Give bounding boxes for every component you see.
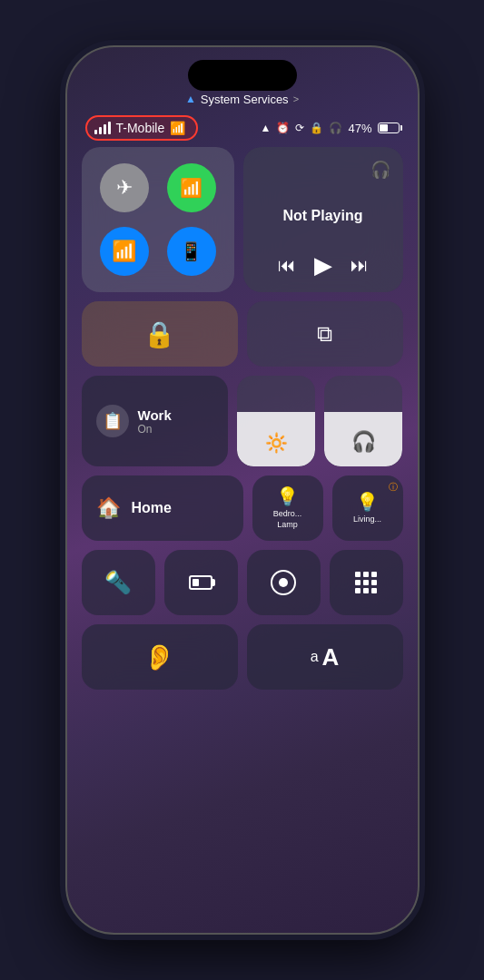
signal-bar-1 xyxy=(94,130,97,134)
home-row: 🏠 Home 💡 Bedro...Lamp ⓘ 💡 Living... xyxy=(82,475,403,541)
focus-button[interactable]: 📋 Work On xyxy=(82,376,228,466)
hearing-button[interactable]: 👂 xyxy=(82,624,238,690)
screen-mirror-button[interactable]: ⧉ xyxy=(247,301,403,367)
connectivity-row: ✈ 📶 📶 📱 🎧 Not Playing ⏮ xyxy=(82,147,403,292)
focus-text-group: Work On xyxy=(138,407,172,436)
calculator-icon xyxy=(355,572,377,593)
cellular-button[interactable]: 📶 xyxy=(167,163,216,212)
lock-status-icon: 🔒 xyxy=(310,122,323,134)
bedroom-lamp-button[interactable]: 💡 Bedro...Lamp xyxy=(252,475,323,541)
airpods-indicator-icon: 🎧 xyxy=(370,161,390,179)
airplane-icon: ✈ xyxy=(116,176,133,200)
living-lamp-icon: 💡 xyxy=(356,491,379,513)
next-track-button[interactable]: ⏭ xyxy=(351,255,369,276)
signal-strength-icon xyxy=(94,122,111,134)
headphone-icon: 🎧 xyxy=(329,122,342,134)
previous-track-button[interactable]: ⏮ xyxy=(278,255,296,276)
battery-indicator-icon xyxy=(189,575,212,590)
home-icon: 🏠 xyxy=(96,496,121,520)
text-size-button[interactable]: a A xyxy=(247,624,403,690)
brightness-icon: 🔆 xyxy=(265,432,288,454)
hearing-icon: 👂 xyxy=(143,642,175,672)
location-icon: ▲ xyxy=(261,122,272,134)
not-playing-text: Not Playing xyxy=(256,208,390,224)
system-services-label[interactable]: System Services xyxy=(201,93,289,106)
living-lamp-label: Living... xyxy=(353,514,381,525)
mute-switch[interactable] xyxy=(65,174,67,205)
carrier-bar: T-Mobile 📶 ▲ ⏰ ⟳ 🔒 🎧 47% xyxy=(85,115,400,141)
accessibility-row: 👂 a A xyxy=(82,624,403,690)
volume-down-button[interactable] xyxy=(65,285,67,339)
home-button[interactable]: 🏠 Home xyxy=(82,475,243,541)
screen-record-button[interactable] xyxy=(247,550,321,615)
flashlight-button[interactable]: 🔦 xyxy=(82,550,155,615)
bluetooth-button[interactable]: 📱 xyxy=(167,227,216,276)
cellular-icon: 📶 xyxy=(180,177,202,199)
flashlight-icon: 🔦 xyxy=(104,570,132,595)
location-services-icon: ▲ xyxy=(185,93,196,105)
connectivity-panel: ✈ 📶 📶 📱 xyxy=(82,147,234,292)
airplane-mode-button[interactable]: ✈ xyxy=(100,163,149,212)
bluetooth-icon: 📱 xyxy=(180,240,202,262)
play-button[interactable]: ▶ xyxy=(314,251,332,279)
status-icons-right: ▲ ⏰ ⟳ 🔒 🎧 47% xyxy=(261,122,400,135)
now-playing-panel[interactable]: 🎧 Not Playing ⏮ ▶ ⏭ xyxy=(243,147,403,292)
rotation-lock-icon: 🔒 xyxy=(143,319,175,349)
battery-percent: 47% xyxy=(348,122,371,135)
brightness-slider[interactable]: 🔆 xyxy=(237,376,315,466)
dynamic-island xyxy=(188,60,297,91)
airpods-volume-icon: 🎧 xyxy=(351,430,376,454)
volume-up-button[interactable] xyxy=(65,218,67,272)
calculator-button[interactable] xyxy=(330,550,403,615)
utility-buttons-row: 🔦 xyxy=(82,550,403,615)
volume-slider[interactable]: 🎧 xyxy=(324,376,402,466)
bedroom-lamp-icon: 💡 xyxy=(276,485,299,507)
signal-bar-2 xyxy=(99,127,102,134)
chevron-right-icon: > xyxy=(293,93,299,104)
focus-subtitle: On xyxy=(138,423,172,436)
signal-bar-3 xyxy=(104,124,106,134)
living-lamp-button[interactable]: ⓘ 💡 Living... xyxy=(332,475,403,541)
text-size-large-label: A xyxy=(322,643,340,671)
sliders-row: 📋 Work On 🔆 🎧 xyxy=(82,376,403,466)
focus-icon: 📋 xyxy=(96,405,129,437)
carrier-indicator: T-Mobile 📶 xyxy=(85,115,199,141)
low-power-mode-button[interactable] xyxy=(164,550,238,615)
phone-frame: ▲ System Services > T-Mobile 📶 ▲ ⏰ ⟳ 🔒 🎧… xyxy=(65,45,420,935)
screen-rotation-lock-button[interactable]: 🔒 xyxy=(82,301,238,367)
living-lamp-info-icon: ⓘ xyxy=(389,481,398,494)
focus-title: Work xyxy=(138,407,172,423)
bedroom-lamp-label: Bedro...Lamp xyxy=(273,509,302,530)
screen-mirror-icon: ⧉ xyxy=(317,321,332,347)
power-button[interactable] xyxy=(418,211,420,274)
wifi-icon-btn: 📶 xyxy=(112,240,136,263)
record-icon xyxy=(271,570,296,595)
alarm-icon: ⏰ xyxy=(276,122,290,134)
text-size-small-label: a xyxy=(311,649,319,665)
carrier-name: T-Mobile xyxy=(116,121,165,135)
screen-controls-row: 🔒 ⧉ xyxy=(82,301,403,367)
wifi-button[interactable]: 📶 xyxy=(100,227,149,276)
battery-icon xyxy=(378,122,400,133)
control-center: ✈ 📶 📶 📱 🎧 Not Playing ⏮ xyxy=(82,147,403,918)
signal-bar-4 xyxy=(108,122,111,134)
wifi-icon: 📶 xyxy=(170,121,185,135)
media-controls: ⏮ ▶ ⏭ xyxy=(256,251,390,279)
home-label: Home xyxy=(132,500,172,516)
rotate-lock-icon: ⟳ xyxy=(295,122,304,134)
